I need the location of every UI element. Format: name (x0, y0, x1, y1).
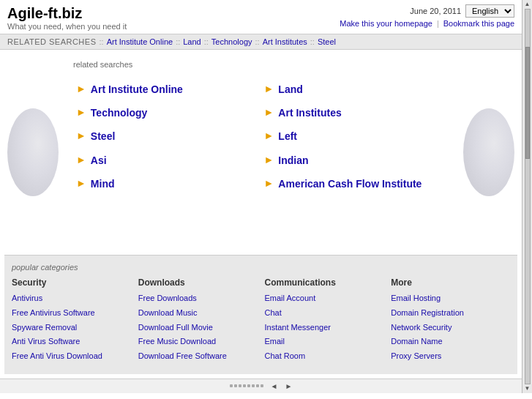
bottom-dot (230, 384, 233, 387)
search-link-item: ► Indian (261, 149, 449, 172)
search-link-item: ► American Cash Flow Institute (261, 172, 449, 195)
cat-link-email-account[interactable]: Email Account (265, 291, 384, 306)
search-link-item: ► Land (261, 78, 449, 101)
bottom-dot (252, 384, 255, 387)
cat-link-domain-registration[interactable]: Domain Registration (391, 306, 510, 321)
lang-select[interactable]: English (465, 4, 514, 18)
cat-link-free-music[interactable]: Free Music Download (138, 335, 258, 349)
cat-link-chat[interactable]: Chat (265, 306, 384, 321)
scroll-up-arrow[interactable]: ▲ (525, 1, 531, 7)
bottom-dot (256, 384, 259, 387)
arrow-icon: ► (76, 154, 86, 165)
site-tagline: What you need, when you need it (7, 22, 127, 31)
cat-link-network-security[interactable]: Network Security (391, 321, 510, 335)
make-homepage-link[interactable]: Make this your homepage (340, 19, 432, 28)
cat-link-anti-virus-software[interactable]: Anti Virus Software (12, 335, 131, 349)
search-link-land[interactable]: Land (278, 83, 302, 96)
right-circle-decoration (456, 50, 522, 255)
search-link-indian[interactable]: Indian (278, 154, 308, 167)
search-link-steel[interactable]: Steel (91, 130, 115, 143)
bottom-dot (239, 384, 241, 387)
cat-link-proxy-servers[interactable]: Proxy Servers (391, 349, 510, 364)
categories-grid: Security Antivirus Free Antivirus Softwa… (12, 277, 510, 364)
cat-link-email-hosting[interactable]: Email Hosting (391, 291, 510, 306)
cat-link-free-antivirus[interactable]: Free Antivirus Software (12, 306, 131, 321)
scroll-down-arrow[interactable]: ▼ (525, 386, 531, 392)
related-bar-item-1[interactable]: Land (183, 37, 201, 46)
cat-link-free-downloads[interactable]: Free Downloads (138, 291, 258, 306)
search-link-mind[interactable]: Mind (91, 177, 115, 190)
right-scrollbar[interactable]: ▲ ▼ (522, 0, 532, 393)
popular-categories-heading: popular categories (12, 263, 510, 272)
scroll-track[interactable] (525, 9, 531, 384)
cat-link-download-movie[interactable]: Download Full Movie (138, 321, 258, 335)
links-col-left: ► Art Institute Online ► Technology ► St… (73, 78, 261, 195)
arrow-icon: ► (76, 178, 86, 188)
cat-link-antivirus[interactable]: Antivirus (12, 291, 131, 306)
search-link-asi[interactable]: Asi (91, 154, 107, 167)
related-bar-item-2[interactable]: Technology (211, 37, 252, 46)
category-title-more: More (391, 277, 510, 288)
search-link-technology[interactable]: Technology (91, 106, 148, 119)
cat-link-instant-messenger[interactable]: Instant Messenger (265, 321, 384, 335)
related-bar-label: RELATED SEARCHES (7, 37, 97, 46)
date-lang: June 20, 2011 English (410, 4, 514, 18)
category-col-security: Security Antivirus Free Antivirus Softwa… (12, 277, 131, 364)
bottom-dot (243, 384, 246, 387)
bottom-bar: ◄ ► (0, 379, 522, 393)
category-col-more: More Email Hosting Domain Registration N… (391, 277, 510, 364)
dot-4: :: (255, 37, 260, 46)
arrow-icon: ► (76, 107, 86, 117)
related-bar-item-0[interactable]: Art Institute Online (107, 37, 173, 46)
related-searches-heading: related searches (73, 60, 449, 69)
related-bar-item-4[interactable]: Steel (318, 37, 336, 46)
search-link-item: ► Left (261, 124, 449, 148)
arrow-icon: ► (76, 83, 86, 94)
category-title-security: Security (12, 277, 131, 288)
links-grid: ► Art Institute Online ► Technology ► St… (73, 78, 449, 195)
search-link-item: ► Steel (73, 124, 261, 148)
search-link-item: ► Asi (73, 149, 261, 172)
arrow-icon: ► (76, 130, 86, 141)
arrow-icon: ► (264, 154, 274, 165)
cat-link-free-anti-virus[interactable]: Free Anti Virus Download (12, 349, 131, 364)
link-separator: | (437, 19, 439, 28)
search-link-item: ► Art Institute Online (73, 78, 261, 101)
search-link-art-institute-online[interactable]: Art Institute Online (91, 83, 183, 96)
cat-link-email[interactable]: Email (265, 335, 384, 349)
cat-link-download-free-software[interactable]: Download Free Software (138, 349, 258, 364)
bottom-dots (230, 384, 263, 387)
bottom-dot (247, 384, 250, 387)
circle-shape-right (463, 108, 514, 196)
bottom-dot (261, 384, 263, 387)
scroll-arrow-right[interactable]: ► (285, 382, 293, 390)
related-bar-item-3[interactable]: Art Institutes (263, 37, 307, 46)
site-title: Agile-ft.biz (7, 4, 127, 22)
category-col-downloads: Downloads Free Downloads Download Music … (138, 277, 258, 364)
circle-shape (7, 108, 59, 196)
bookmark-link[interactable]: Bookmark this page (443, 19, 514, 28)
dot-1: :: (100, 37, 104, 46)
left-circle-decoration (0, 50, 66, 255)
top-bar: Agile-ft.biz What you need, when you nee… (0, 0, 522, 34)
bottom-dot (234, 384, 237, 387)
cat-link-download-music[interactable]: Download Music (138, 306, 258, 321)
cat-link-chat-room[interactable]: Chat Room (265, 349, 384, 364)
date-text: June 20, 2011 (410, 7, 461, 15)
search-link-left[interactable]: Left (278, 130, 297, 143)
main-content: related searches ► Art Institute Online … (0, 50, 522, 255)
cat-link-domain-name[interactable]: Domain Name (391, 335, 510, 349)
search-results: related searches ► Art Institute Online … (66, 50, 456, 255)
category-title-downloads: Downloads (138, 277, 258, 288)
links-col-right: ► Land ► Art Institutes ► Left ► (261, 78, 449, 195)
site-info: Agile-ft.biz What you need, when you nee… (7, 4, 127, 31)
category-title-communications: Communications (265, 277, 384, 288)
search-link-art-institutes[interactable]: Art Institutes (278, 106, 341, 119)
search-link-american-cash-flow[interactable]: American Cash Flow Institute (278, 177, 422, 190)
top-links: Make this your homepage | Bookmark this … (340, 19, 514, 28)
scroll-arrow-left[interactable]: ◄ (271, 382, 278, 390)
scroll-thumb[interactable] (525, 47, 530, 159)
category-col-communications: Communications Email Account Chat Instan… (265, 277, 384, 364)
cat-link-spyware[interactable]: Spyware Removal (12, 321, 131, 335)
dot-3: :: (204, 37, 209, 46)
